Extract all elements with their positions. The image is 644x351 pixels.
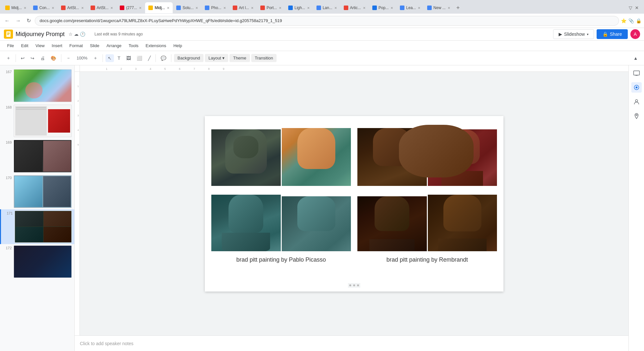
shape-tool[interactable]: ⬜ — [134, 54, 144, 62]
insert-button[interactable]: ＋ — [4, 54, 13, 62]
menu-help[interactable]: Help — [170, 42, 185, 49]
tab-2[interactable]: Con...✕ — [30, 2, 57, 13]
svg-point-11 — [636, 114, 637, 116]
slide-thumb-170 — [14, 175, 72, 208]
menu-tools[interactable]: Tools — [125, 42, 142, 49]
panel-icon-present[interactable] — [631, 68, 642, 78]
tab-16[interactable]: New ...✕ — [424, 2, 453, 13]
cloud-button[interactable]: ☁ — [74, 32, 79, 37]
slide-num-169: 169 — [3, 140, 12, 144]
slide-num-167: 167 — [3, 69, 12, 74]
transition-button[interactable]: Transition — [251, 54, 277, 62]
toolbar-separator-3 — [103, 54, 103, 62]
collapse-panel-button[interactable]: ▲ — [631, 54, 640, 62]
picasso-group: brad pitt painting by Pablo Picasso — [211, 123, 351, 285]
print-button[interactable]: 🖨 — [38, 54, 47, 62]
menu-slide[interactable]: Slide — [87, 42, 103, 49]
slides-app: Midjourney Prompt ☆ ☁ 🕐 Last edit was 9 … — [0, 28, 644, 351]
zoom-level: 100% — [74, 54, 90, 62]
ruler-horizontal: 1 2 3 4 5 6 7 8 9 — [80, 65, 628, 72]
slide-thumb-172 — [14, 245, 72, 278]
transition-label: Transition — [255, 56, 273, 60]
svg-point-9 — [636, 86, 638, 88]
history-button[interactable]: 🕐 — [80, 32, 85, 37]
layout-button[interactable]: Layout ▾ — [205, 54, 228, 62]
speaker-notes-placeholder[interactable]: Click to add speaker notes — [80, 341, 133, 346]
menu-arrange[interactable]: Arrange — [103, 42, 125, 49]
background-button[interactable]: Background — [174, 54, 204, 62]
new-tab-button[interactable]: + — [454, 5, 463, 11]
nav-bar: ← → ↻ ⭐ 📎 🔒 — [0, 14, 644, 28]
slide-item-171[interactable]: 171 — [0, 209, 74, 244]
menu-extensions[interactable]: Extensions — [142, 42, 170, 49]
svg-rect-5 — [634, 71, 639, 75]
tab-9[interactable]: Art l...✕ — [229, 2, 257, 13]
slide-item-170[interactable]: 170 — [0, 174, 74, 209]
undo-button[interactable]: ↩ — [19, 54, 27, 62]
redo-button[interactable]: ↪ — [28, 54, 37, 62]
back-button[interactable]: ← — [3, 17, 12, 25]
right-panel — [628, 65, 644, 351]
slide-canvas-container[interactable]: brad pitt painting by Pablo Picasso — [80, 72, 628, 335]
menu-format[interactable]: Format — [66, 42, 86, 49]
select-tool[interactable]: ↖ — [105, 54, 114, 62]
text-tool[interactable]: T — [115, 54, 123, 62]
slideshow-label: Slideshow — [564, 32, 585, 37]
tab-controls: ▽ ✕ — [629, 5, 644, 10]
tab-15[interactable]: Lea...✕ — [397, 2, 424, 13]
tab-14[interactable]: Pop...✕ — [369, 2, 396, 13]
tab-6-active[interactable]: Midj...✕ — [145, 2, 173, 13]
toolbar: ＋ ↩ ↪ 🖨 🎨 － 100% ＋ ↖ T 🖼 ⬜ ╱ 💬 Backgroun… — [0, 51, 644, 65]
tab-12[interactable]: Lan...✕ — [313, 2, 340, 13]
star-button[interactable]: ☆ — [68, 32, 73, 37]
speaker-notes[interactable]: Click to add speaker notes — [75, 335, 628, 351]
tab-5[interactable]: (277...✕ — [117, 2, 145, 13]
tab-3[interactable]: ArtSt...✕ — [58, 2, 87, 13]
menu-edit[interactable]: Edit — [18, 42, 31, 49]
slide-item-168[interactable]: 168 — [0, 103, 74, 139]
tab-8[interactable]: Pho...✕ — [202, 2, 229, 13]
tab-4[interactable]: ArtSt...✕ — [87, 2, 117, 13]
image-tool[interactable]: 🖼 — [124, 54, 133, 62]
panel-icon-people[interactable] — [631, 97, 642, 107]
ruler-corner — [75, 65, 80, 72]
share-button[interactable]: 🔒 Share — [597, 29, 628, 39]
tab-11[interactable]: Ligh...✕ — [285, 2, 313, 13]
slide-item-169[interactable]: 169 — [0, 138, 74, 174]
zoom-in-button[interactable]: ＋ — [91, 54, 100, 62]
menu-view[interactable]: View — [32, 42, 48, 49]
slideshow-dropdown-icon: ▾ — [587, 32, 588, 36]
slide-item-172[interactable]: 172 — [0, 244, 74, 280]
zoom-out-button[interactable]: － — [64, 54, 73, 62]
slide-thumb-171 — [15, 211, 72, 243]
tab-1[interactable]: Midj...✕ — [2, 2, 30, 13]
slide-thumb-169 — [14, 140, 72, 173]
line-tool[interactable]: ╱ — [146, 54, 153, 62]
slideshow-button[interactable]: ▶ Slideshow ▾ — [553, 29, 594, 39]
reload-button[interactable]: ↻ — [25, 16, 33, 25]
ruler-vertical: 1 2 3 4 5 — [75, 72, 80, 335]
nav-dot-3 — [357, 284, 359, 286]
paint-format-button[interactable]: 🎨 — [48, 54, 58, 62]
theme-button[interactable]: Theme — [229, 54, 250, 62]
comment-button[interactable]: 💬 — [158, 54, 168, 62]
user-avatar[interactable]: A — [630, 29, 640, 39]
canvas-with-ruler: 1 2 3 4 5 — [75, 72, 628, 335]
tab-7[interactable]: Solu...✕ — [173, 2, 201, 13]
forward-button[interactable]: → — [14, 17, 23, 25]
panel-icon-theme[interactable] — [631, 82, 642, 93]
picasso-image-br — [282, 188, 351, 251]
background-label: Background — [178, 56, 200, 60]
menu-insert[interactable]: Insert — [48, 42, 66, 49]
tab-10[interactable]: Port...✕ — [257, 2, 285, 13]
tab-13[interactable]: Artic...✕ — [341, 2, 369, 13]
menu-file[interactable]: File — [4, 42, 17, 49]
toolbar-separator-5 — [171, 54, 171, 62]
slide-num-168: 168 — [3, 105, 12, 109]
tab-bar: Midj...✕ Con...✕ ArtSt...✕ ArtSt...✕ (27… — [0, 0, 644, 14]
panel-icon-location[interactable] — [631, 111, 642, 121]
slide-item-167[interactable]: 167 — [0, 68, 74, 103]
address-bar[interactable] — [35, 16, 619, 26]
slides-logo — [4, 30, 13, 39]
slideshow-icon: ▶ — [559, 32, 562, 37]
